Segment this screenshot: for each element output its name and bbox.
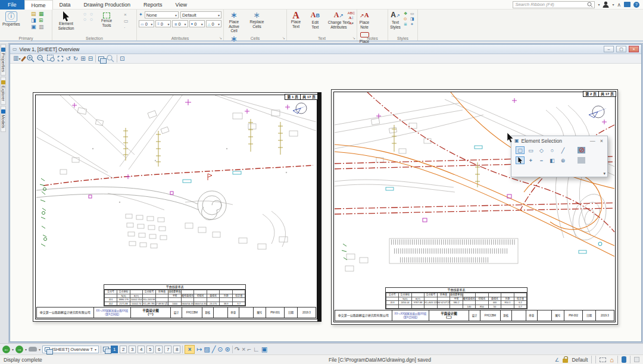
view-close-button[interactable]: × [629,46,639,52]
locks-icon[interactable] [563,359,568,363]
snap-mode-icon[interactable]: ↦ [196,344,202,354]
tentative-point-icon[interactable]: ⊙ [217,344,223,354]
tab-reports[interactable]: Reports [137,0,169,10]
sheet-1[interactable]: 第 1 页 共 17 页 [33,92,320,322]
place-text-button[interactable]: A Place Text [287,10,305,29]
select-line-mode-icon[interactable]: ◌ [90,17,96,22]
place-note-button[interactable]: ↗A Place Note [357,10,372,29]
tab-drawing-production[interactable]: Drawing Production [77,0,138,10]
element-selection-button[interactable]: Element Selection [52,10,80,30]
more-selection-icon[interactable]: · [124,25,129,30]
home-icon[interactable]: ⌂ [610,356,614,363]
circle-mode-icon[interactable]: ○ [548,146,557,154]
properties-button[interactable]: ⓘ Properties [1,10,21,27]
slash-tool-icon[interactable]: ╱ [212,344,216,354]
view-attributes-icon[interactable]: ▥▾ [13,54,20,63]
search-dropdown-caret[interactable]: ▾ [598,2,600,7]
pattern-icon[interactable]: ▨ [204,344,210,354]
tab-view[interactable]: View [169,0,193,10]
keypoint-snap-icon[interactable]: ⌐ [247,344,251,354]
add-selection-icon[interactable]: + [526,156,535,164]
replace-cells-button[interactable]: ∗ Replace Cells [246,10,267,29]
dock-tab-explorer[interactable]: Explorer [1,77,6,105]
fit-view-icon[interactable] [58,56,63,61]
active-level-select[interactable]: Default▾ [180,11,221,18]
update-view-icon[interactable] [21,56,27,62]
view-toggle-icon[interactable] [103,347,109,352]
invert-selection-icon[interactable]: ◧ [548,156,557,164]
subtract-selection-icon[interactable]: − [537,156,546,164]
snap-angle-icon[interactable]: ∠ [555,357,560,363]
zoom-out-icon[interactable] [37,55,45,62]
element-styles-icon[interactable]: ✦ [410,22,416,27]
origin-snap-icon[interactable]: ▣ [261,344,267,354]
active-color-select[interactable]: ▭0▾ [139,20,154,27]
active-transparency-select[interactable]: ●0▾ [189,20,205,27]
sheet-2[interactable]: 第 2 页 共 17 页 [331,89,618,325]
collapse-ribbon-icon[interactable]: ∧ [617,2,621,8]
clipboard-tool-icon[interactable]: ◨ [31,17,38,23]
dimension-styles-icon[interactable]: ❖ [404,11,410,16]
fence-tools-button[interactable]: Fence Tools [100,11,113,27]
rotate-view-icon[interactable]: ↻ [73,55,78,63]
active-element-template-select[interactable]: None▾ [145,11,179,18]
select-circle-mode-icon[interactable]: ◌ [83,11,90,17]
models-tool-icon[interactable]: ⊞ [39,17,46,23]
active-line-weight-select[interactable]: ≣0▾ [172,20,188,27]
element-selection-dialog[interactable]: ▣ Element Selection — × ▢ ▭ ◇ ○ ╱ + − ◧ … [511,136,608,177]
app-window-icon[interactable] [624,2,630,7]
shape-mode-icon[interactable]: ◇ [537,146,546,154]
forward-caret[interactable]: ▾ [25,347,27,352]
back-caret[interactable]: ▾ [12,347,14,352]
view-button-2[interactable]: 2 [120,346,127,353]
intersection-snap-icon[interactable]: × [242,344,245,354]
copy-view-icon[interactable] [98,57,104,61]
key-tool-icon[interactable]: ▤ [31,11,38,17]
multiline-styles-icon[interactable]: ≣ [404,22,410,27]
cells-dialog-launcher[interactable]: ↘ [282,36,285,40]
dock-tab-models[interactable]: Models [1,106,6,132]
user-icon[interactable] [603,1,609,8]
view-group-selector[interactable]: [SHEET] Overview T ▾ [42,346,99,353]
window-area-icon[interactable] [47,55,55,62]
accudraw-toggle-button[interactable]: × [185,345,195,354]
new-selection-icon[interactable] [516,156,525,164]
text-glossary-icon[interactable]: A↕ [348,15,355,20]
disable-handles-icon[interactable] [578,147,585,153]
text-dialog-launcher[interactable]: ↘ [352,36,355,40]
settings-gear-icon[interactable]: ⊛ [225,344,230,354]
back-button[interactable]: ← [2,346,10,353]
text-more-icon[interactable]: A▾ [348,21,355,26]
clip-volume-icon[interactable]: ⊡ [120,55,124,63]
perpendicular-snap-icon[interactable]: ∟ [253,344,260,354]
view-button-5[interactable]: 5 [146,346,154,353]
view-button-4[interactable]: 4 [138,346,145,353]
detail-styles-icon[interactable]: ◨ [410,17,416,21]
active-priority-select[interactable]: △0▾ [206,20,221,27]
user-dropdown-caret[interactable]: ▾ [612,2,614,7]
view-search-icon[interactable] [107,55,114,62]
view-button-1[interactable]: 1 [111,346,118,353]
view-button-3[interactable]: 3 [129,346,136,353]
active-level-indicator[interactable]: Default [572,357,588,363]
line-mode-icon[interactable]: ╱ [558,146,567,154]
dialog-close-button[interactable]: × [599,137,604,145]
active-line-style-select[interactable]: ≡0▾ [155,20,171,27]
place-active-cell-button[interactable]: ∗ Place Active Cell [224,10,244,33]
line-styles-icon[interactable]: ▭ [410,11,416,16]
select-shape-mode-icon[interactable]: ◌ [83,17,90,22]
tab-file[interactable]: File [0,0,24,10]
help-icon[interactable]: ? [633,2,639,8]
display-styles-icon[interactable]: ⊙ [404,17,410,21]
rotate-view-ccw-icon[interactable]: ↺ [65,55,70,63]
next-view-icon[interactable]: ⊟ [88,55,93,63]
view-maximize-button[interactable]: ▢ [616,46,626,52]
spell-check-icon[interactable]: ABC [348,11,355,15]
element-selection-title-bar[interactable]: ▣ Element Selection — × [511,136,607,145]
select-all-icon[interactable]: ⊕ [558,156,567,164]
tab-home[interactable]: Home [24,0,53,10]
copy-fence-icon[interactable]: ▭ [124,18,129,24]
individual-mode-icon[interactable]: ▢ [516,146,525,154]
dock-tab-properties[interactable]: Properties [1,44,6,76]
grid-tool-icon[interactable]: ▥ [39,24,46,30]
